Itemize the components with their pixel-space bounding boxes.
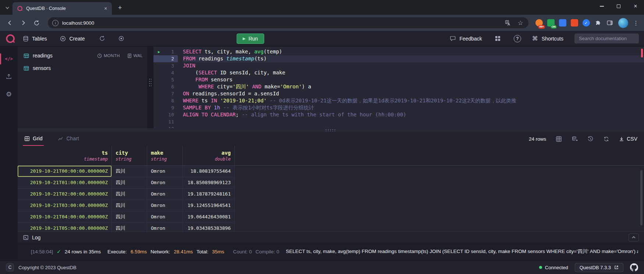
table-row[interactable]: 2019-10-21T03:00:00.000000Z四川Omron19.124… bbox=[18, 200, 235, 211]
grid-cell[interactable]: 四川 bbox=[112, 177, 147, 188]
table-item[interactable]: sensors bbox=[18, 62, 147, 74]
side-panel-icon[interactable] bbox=[605, 18, 614, 28]
grid-cell[interactable]: Omron bbox=[147, 189, 183, 200]
grid-cell[interactable]: 2019-10-21T03:00:00.000000Z bbox=[18, 200, 112, 211]
grid-cell[interactable]: 18.850898969123 bbox=[183, 177, 235, 188]
code-line[interactable]: JOIN bbox=[183, 62, 644, 69]
code-line[interactable]: SAMPLE BY 1h -- 表示按1小时对ts字段进行分组统计 bbox=[183, 104, 644, 111]
table-row[interactable]: 2019-10-21T05:00:00.000000Z四川Omron19.034… bbox=[18, 223, 235, 232]
grid-cell[interactable]: 2019-10-21T00:00:00.000000Z bbox=[18, 166, 112, 177]
grid-cell[interactable]: 19.064426430081 bbox=[183, 211, 235, 222]
instance-icon[interactable] bbox=[117, 34, 126, 43]
code-line[interactable] bbox=[183, 125, 644, 128]
close-button[interactable]: × bbox=[627, 0, 644, 13]
tab-close-icon[interactable]: × bbox=[102, 5, 109, 12]
url-bar[interactable]: i localhost:9000 ☆ bbox=[48, 17, 528, 28]
forward-icon[interactable] bbox=[17, 17, 29, 29]
extension-check-icon[interactable]: ✓ bbox=[581, 18, 591, 28]
table-row[interactable]: 2019-10-21T00:00:00.000000Z四川Omron18.808… bbox=[18, 166, 235, 177]
maximize-button[interactable] bbox=[610, 0, 627, 13]
editor-code[interactable]: SELECT ts, city, make, avg(temp)FROM rea… bbox=[178, 46, 644, 128]
back-icon[interactable] bbox=[4, 17, 16, 29]
grid-cell[interactable]: Omron bbox=[147, 211, 183, 222]
grid-cell[interactable]: 2019-10-21T01:00:00.000000Z bbox=[18, 177, 112, 188]
translate-icon[interactable] bbox=[503, 18, 512, 27]
tab-grid[interactable]: Grid bbox=[23, 132, 44, 146]
extension-adblock-icon[interactable]: 99+ bbox=[534, 18, 544, 28]
new-tab-button[interactable]: + bbox=[115, 3, 125, 13]
create-button[interactable]: Create bbox=[60, 36, 85, 42]
grid-scrollbar-thumb[interactable] bbox=[640, 170, 643, 225]
table-row[interactable]: 2019-10-21T02:00:00.000000Z四川Omron19.187… bbox=[18, 189, 235, 200]
settings-gear-icon[interactable]: ⚙ bbox=[0, 86, 18, 102]
code-line[interactable]: ON readings.sensorId = a.sensId bbox=[183, 90, 644, 97]
search-documentation-input[interactable] bbox=[574, 34, 639, 43]
reload-icon[interactable] bbox=[30, 17, 43, 29]
run-button[interactable]: ▶ Run bbox=[237, 34, 264, 44]
code-line[interactable]: WHERE ts IN '2019-10-21;0d' -- 0d表示2019-… bbox=[183, 97, 644, 104]
feedback-button[interactable]: Feedback bbox=[450, 35, 482, 42]
grid-cell[interactable]: Omron bbox=[147, 177, 183, 188]
grid-cell[interactable]: 四川 bbox=[112, 223, 147, 232]
help-icon[interactable]: ? bbox=[514, 35, 521, 42]
column-header[interactable]: citystring bbox=[112, 146, 147, 165]
refresh-tables-icon[interactable] bbox=[98, 34, 107, 43]
grid-cell[interactable]: 18.80819755464 bbox=[183, 166, 235, 177]
code-line[interactable] bbox=[183, 118, 644, 125]
grid-cell[interactable]: 四川 bbox=[112, 166, 147, 177]
vertical-splitter[interactable] bbox=[147, 46, 153, 128]
code-line[interactable]: FROM readings timestamp(ts) bbox=[183, 55, 644, 62]
apps-grid-icon[interactable] bbox=[493, 34, 503, 43]
refresh-results-icon[interactable] bbox=[603, 136, 609, 142]
shortcuts-button[interactable]: Shortcuts bbox=[542, 36, 563, 42]
grid-cell[interactable]: 2019-10-21T02:00:00.000000Z bbox=[18, 189, 112, 200]
extensions-puzzle-icon[interactable] bbox=[593, 18, 602, 28]
columns-layout-icon[interactable] bbox=[556, 136, 562, 142]
browser-menu-icon[interactable]: ⋮ bbox=[631, 20, 640, 27]
column-header[interactable]: avgdouble bbox=[183, 146, 235, 165]
csv-download-button[interactable]: CSV bbox=[619, 136, 637, 142]
code-line[interactable]: (SELECT ID sensId, city, make bbox=[183, 69, 644, 76]
browser-tab[interactable]: QuestDB · Console × bbox=[13, 2, 112, 15]
export-icon[interactable] bbox=[572, 136, 578, 142]
grid-cell[interactable]: 2019-10-21T05:00:00.000000Z bbox=[18, 223, 112, 232]
grid-cell[interactable]: Omron bbox=[147, 166, 183, 177]
grid-cell[interactable]: Omron bbox=[147, 200, 183, 211]
console-editor-icon[interactable]: </> bbox=[0, 51, 18, 67]
import-icon[interactable] bbox=[0, 68, 18, 85]
grid-cell[interactable]: 2019-10-21T04:00:00.000000Z bbox=[18, 211, 112, 222]
column-header[interactable]: tstimestamp bbox=[18, 146, 112, 165]
column-header[interactable]: makestring bbox=[147, 146, 183, 165]
tab-chart[interactable]: Chart bbox=[56, 132, 80, 146]
grid-cell[interactable]: 四川 bbox=[112, 211, 147, 222]
editor-scrollbar-thumb[interactable] bbox=[641, 49, 643, 57]
table-row[interactable]: 2019-10-21T01:00:00.000000Z四川Omron18.850… bbox=[18, 177, 235, 189]
code-line[interactable]: SELECT ts, city, make, avg(temp) bbox=[183, 48, 644, 55]
code-line[interactable]: FROM sensors bbox=[183, 76, 644, 83]
code-line[interactable]: WHERE city='四川' AND make='Omron') a bbox=[183, 83, 644, 90]
site-info-icon[interactable]: i bbox=[52, 20, 59, 26]
collapse-log-button[interactable] bbox=[629, 233, 639, 242]
minimize-button[interactable] bbox=[593, 0, 610, 13]
profile-avatar[interactable] bbox=[618, 18, 628, 28]
grid-cell[interactable]: 19.124551964541 bbox=[183, 200, 235, 211]
extension-orange-icon[interactable] bbox=[570, 18, 579, 28]
grid-cell[interactable]: 四川 bbox=[112, 189, 147, 200]
grid-cell[interactable]: 四川 bbox=[112, 200, 147, 211]
run-line-icon[interactable]: ▶ bbox=[158, 50, 160, 54]
bookmark-star-icon[interactable]: ☆ bbox=[516, 18, 525, 27]
code-line[interactable]: ALIGN TO CALENDAR; -- align the ts with … bbox=[183, 111, 644, 118]
version-button[interactable]: QuestDB 7.3.3 bbox=[575, 263, 623, 272]
table-item[interactable]: readingsMONTHWAL bbox=[18, 49, 147, 62]
tables-button[interactable]: Tables bbox=[23, 36, 47, 42]
table-row[interactable]: 2019-10-21T04:00:00.000000Z四川Omron19.064… bbox=[18, 211, 235, 223]
tab-list-chevron-icon[interactable] bbox=[3, 3, 12, 12]
github-icon[interactable] bbox=[630, 263, 638, 271]
horizontal-splitter[interactable] bbox=[18, 128, 644, 132]
grid-cell[interactable]: 19.187879248161 bbox=[183, 189, 235, 200]
history-icon[interactable] bbox=[587, 136, 594, 142]
grid-cell[interactable]: 19.034385383896 bbox=[183, 223, 235, 232]
grid-cell[interactable]: Omron bbox=[147, 223, 183, 232]
extension-blue-icon[interactable] bbox=[558, 18, 567, 28]
extension-vpn-icon[interactable]: ON bbox=[546, 18, 555, 28]
